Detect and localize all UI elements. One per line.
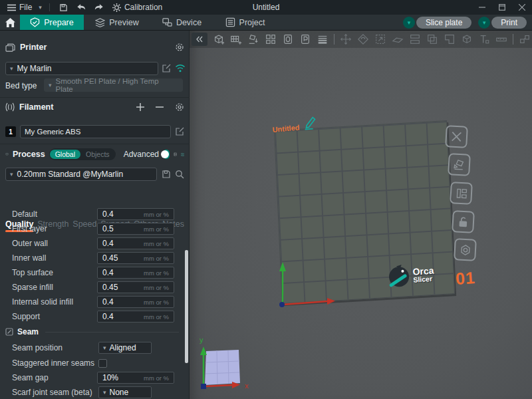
print-dropdown-chevron-icon[interactable]: ▾ <box>478 17 490 29</box>
text-tool-icon[interactable] <box>478 33 490 45</box>
bed-type-label: Bed type <box>5 81 37 90</box>
plate-label-icon <box>455 187 467 200</box>
arrange-icon[interactable] <box>265 33 277 45</box>
seam-section-title: Seam <box>17 327 39 336</box>
save-preset-icon[interactable] <box>162 170 171 179</box>
split-to-parts-icon[interactable] <box>299 33 311 45</box>
plate-axes <box>269 261 336 311</box>
param-row: Top surface0.4mm or % <box>0 266 190 279</box>
measure-icon[interactable] <box>495 33 507 45</box>
print-combo: ▾ Print <box>478 17 527 29</box>
param-input[interactable]: 0.5mm or % <box>97 223 174 235</box>
add-filament-icon[interactable] <box>136 103 144 111</box>
scarf-seam-select[interactable]: ▾None <box>98 386 152 398</box>
scope-global-button[interactable]: Global <box>50 150 80 159</box>
home-icon <box>5 18 15 27</box>
minimize-icon <box>479 4 485 11</box>
param-input[interactable]: 0.4mm or % <box>97 208 174 220</box>
param-row: Internal solid infill0.4mm or % <box>0 295 190 309</box>
split-to-objects-icon[interactable] <box>282 33 294 45</box>
rotate-icon[interactable] <box>357 33 369 45</box>
printer-preset-select[interactable]: ▾My Marlin <box>5 62 158 75</box>
add-plate-icon[interactable] <box>230 33 242 45</box>
scarf-seam-label: Scarf joint seam (beta) <box>12 388 98 397</box>
param-row: First layer0.5mm or % <box>0 222 190 235</box>
plate-number: 01 <box>455 268 476 289</box>
move-icon[interactable] <box>340 33 352 45</box>
seam-position-select[interactable]: ▾Aligned <box>98 342 152 354</box>
print-button[interactable]: Print <box>491 17 527 29</box>
slice-plate-combo: ▾ Slice plate <box>403 17 471 29</box>
variable-layer-height-icon[interactable] <box>317 33 329 45</box>
param-row: Support0.4mm or % <box>0 310 190 323</box>
tab-preview[interactable]: Preview <box>84 15 150 30</box>
collapse-sidebar-button[interactable] <box>192 33 207 46</box>
remove-filament-icon[interactable] <box>156 103 164 111</box>
param-label: First layer <box>12 224 97 233</box>
calibration-button[interactable]: Calibration <box>110 1 164 13</box>
orca-logo-icon <box>387 263 412 290</box>
staggered-seams-checkbox[interactable] <box>98 359 107 368</box>
scope-objects-button[interactable]: Objects <box>80 150 115 159</box>
assembly-view-icon[interactable] <box>519 33 531 45</box>
tab-device[interactable]: Device <box>150 15 213 30</box>
plate-lock-button[interactable] <box>452 210 475 233</box>
divider <box>0 144 190 144</box>
plate-delete-all-button[interactable] <box>445 125 468 148</box>
mesh-boolean-icon[interactable] <box>426 33 438 45</box>
close-button[interactable] <box>512 0 532 15</box>
bed-type-select[interactable]: ▾Smooth PEI Plate / High Temp Plate <box>44 78 183 92</box>
filament-slot-badge[interactable]: 1 <box>5 126 16 137</box>
file-menu-label: File <box>19 3 32 12</box>
plate-settings-button[interactable] <box>454 238 477 261</box>
file-menu[interactable]: File <box>5 1 34 13</box>
param-row: Outer wall0.4mm or % <box>0 237 190 250</box>
file-menu-chevron-icon[interactable]: ▾ <box>39 4 42 11</box>
param-value: 0.4 <box>98 239 144 248</box>
printer-connection-wifi-icon[interactable] <box>175 64 186 72</box>
auto-orient-icon[interactable] <box>247 33 259 45</box>
tab-project[interactable]: Project <box>213 15 277 30</box>
printer-settings-gear-icon[interactable] <box>175 43 184 52</box>
param-input[interactable]: 0.4mm or % <box>97 296 174 308</box>
plate-thumbnail[interactable]: y x <box>194 332 261 396</box>
home-button[interactable] <box>0 15 20 30</box>
param-input[interactable]: 0.4mm or % <box>97 311 174 323</box>
filament-preset-select[interactable]: My Generic ABS <box>20 125 171 138</box>
save-button[interactable] <box>57 2 70 13</box>
edit-filament-icon[interactable] <box>175 127 184 136</box>
edit-printer-icon[interactable] <box>162 64 171 73</box>
minimize-button[interactable] <box>472 0 492 15</box>
filament-settings-gear-icon[interactable] <box>175 102 184 112</box>
flatten-icon[interactable] <box>392 33 404 45</box>
process-preset-select[interactable]: ▾0.20mm Standard @MyMarlin <box>5 168 157 181</box>
param-input[interactable]: 0.4mm or % <box>97 267 174 279</box>
viewport-3d[interactable]: Untitled Orca <box>190 31 532 399</box>
seam-gap-input[interactable]: 10%mm or % <box>97 372 174 384</box>
cut-icon[interactable] <box>409 33 421 45</box>
param-input[interactable]: 0.45mm or % <box>97 252 174 264</box>
param-value: 0.4 <box>98 209 144 219</box>
plate-name-settings-button[interactable] <box>450 182 473 205</box>
sidebar-scrollbar[interactable] <box>185 250 188 363</box>
scale-icon[interactable] <box>374 33 386 45</box>
seam-painting-icon[interactable] <box>461 33 473 45</box>
compare-presets-icon[interactable] <box>181 150 184 159</box>
plate-auto-orient-button[interactable] <box>448 153 471 176</box>
filament-preset-value: My Generic ABS <box>25 128 80 136</box>
slice-plate-button[interactable]: Slice plate <box>416 17 471 29</box>
redo-button[interactable] <box>92 2 106 13</box>
search-params-icon[interactable] <box>175 170 184 179</box>
plate-settings-nut-icon <box>459 243 471 256</box>
support-painting-icon[interactable] <box>444 33 456 45</box>
add-object-icon[interactable] <box>213 33 225 45</box>
tab-prepare[interactable]: Prepare <box>20 15 84 30</box>
advanced-toggle[interactable] <box>163 150 170 159</box>
scarf-seam-value: None <box>110 388 129 397</box>
param-input[interactable]: 0.45mm or % <box>97 281 174 293</box>
slice-dropdown-chevron-icon[interactable]: ▾ <box>403 17 415 29</box>
maximize-button[interactable] <box>492 0 512 15</box>
parameter-table-icon[interactable] <box>174 150 177 159</box>
param-input[interactable]: 0.4mm or % <box>97 237 174 249</box>
undo-button[interactable] <box>74 2 88 13</box>
